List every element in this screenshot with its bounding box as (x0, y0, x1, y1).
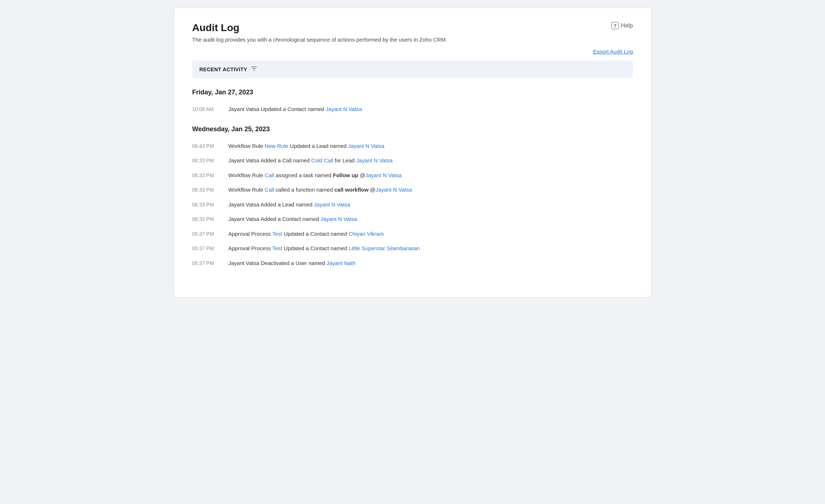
activity-plain-text: called a function named (274, 187, 334, 193)
activity-link[interactable]: New Rule (265, 143, 288, 149)
activity-time: 06:33 PM (192, 216, 228, 222)
activity-plain-text: Jayant Vatsa Added a Contact named (228, 216, 321, 222)
activity-link[interactable]: Test (272, 245, 282, 251)
activity-time: 05:37 PM (192, 245, 228, 251)
activity-plain-text: @ (358, 172, 365, 178)
page-subtitle: The audit log provides you with a chrono… (192, 37, 633, 43)
activity-description: Workflow Rule New Rule Updated a Lead na… (228, 142, 633, 150)
header-row: Audit Log ? Help (192, 22, 633, 34)
activity-time: 06:33 PM (192, 187, 228, 193)
activity-plain-text: Jayant Vatsa Deactivated a User named (228, 260, 327, 266)
activity-link[interactable]: Jayant N Vatsa (376, 187, 412, 193)
recent-activity-bar: RECENT ACTIVITY (192, 60, 633, 78)
activity-time: 05:37 PM (192, 231, 228, 237)
activity-plain-text: for Lead (333, 157, 356, 163)
activity-time: 06:33 PM (192, 202, 228, 208)
activity-plain-text: Jayant Vatsa Added a Lead named (228, 201, 314, 208)
export-row: Export Audit Log (192, 48, 633, 55)
date-section-0: Friday, Jan 27, 202310:09 AMJayant Vatsa… (192, 89, 633, 117)
activity-time: 05:37 PM (192, 260, 228, 266)
activity-row: 06:33 PMWorkflow Rule Call called a func… (192, 183, 633, 197)
activity-time: 06:43 PM (192, 143, 228, 149)
activity-plain-text: Workflow Rule (228, 172, 265, 178)
activity-link[interactable]: Jayant Nath (327, 260, 356, 266)
activity-link[interactable]: Jayant N Vatsa (321, 216, 357, 222)
activity-description: Workflow Rule Call assigned a task named… (228, 171, 633, 180)
activity-link[interactable]: Jayant N Vatsa (326, 106, 362, 112)
activity-container: Friday, Jan 27, 202310:09 AMJayant Vatsa… (192, 89, 633, 270)
audit-log-container: Audit Log ? Help The audit log provides … (174, 7, 651, 298)
activity-description: Workflow Rule Call called a function nam… (228, 186, 633, 194)
activity-link[interactable]: Call (265, 187, 274, 193)
date-heading-0: Friday, Jan 27, 2023 (192, 89, 633, 96)
recent-activity-label: RECENT ACTIVITY (199, 67, 247, 72)
activity-plain-text: Updated a Lead named (288, 143, 348, 149)
activity-link[interactable]: Jayant N Vatsa (365, 172, 402, 178)
activity-row: 05:37 PMApproval Process Test Updated a … (192, 227, 633, 242)
activity-description: Jayant Vatsa Added a Call named Cold Cal… (228, 157, 633, 165)
activity-description: Jayant Vatsa Updated a Contact named Jay… (228, 105, 633, 114)
activity-link[interactable]: Jayant N Vatsa (348, 143, 385, 149)
date-section-1: Wednesday, Jan 25, 202306:43 PMWorkflow … (192, 125, 633, 271)
export-audit-log-link[interactable]: Export Audit Log (593, 48, 633, 55)
activity-time: 06:33 PM (192, 172, 228, 178)
activity-plain-text: Approval Process (228, 231, 272, 237)
activity-row: 06:33 PMJayant Vatsa Added a Contact nam… (192, 212, 633, 227)
activity-link[interactable]: Test (272, 231, 282, 237)
activity-plain-text: @ (368, 187, 375, 193)
activity-row: 05:37 PMApproval Process Test Updated a … (192, 241, 633, 256)
date-heading-1: Wednesday, Jan 25, 2023 (192, 125, 633, 133)
activity-description: Jayant Vatsa Added a Lead named Jayant N… (228, 201, 633, 209)
activity-link[interactable]: Jayant N Vatsa (356, 157, 393, 163)
activity-bold-text: call workflow (334, 187, 368, 193)
activity-plain-text: Approval Process (228, 245, 272, 251)
help-icon: ? (612, 22, 619, 29)
activity-plain-text: Updated a Contact named (282, 231, 348, 237)
activity-plain-text: Workflow Rule (228, 143, 265, 149)
activity-plain-text: Updated a Contact named (282, 245, 348, 251)
activity-bold-text: Follow up (333, 172, 358, 178)
activity-row: 06:33 PMWorkflow Rule Call assigned a ta… (192, 168, 633, 183)
help-label: Help (621, 22, 633, 29)
activity-time: 10:09 AM (192, 106, 228, 112)
activity-row: 10:09 AMJayant Vatsa Updated a Contact n… (192, 102, 633, 117)
activity-plain-text: assigned a task named (274, 172, 333, 178)
activity-row: 06:33 PMJayant Vatsa Added a Call named … (192, 153, 633, 168)
activity-link[interactable]: Jayant N Vatsa (314, 201, 351, 208)
activity-link[interactable]: Call (265, 172, 274, 178)
activity-link[interactable]: Chiyan Vikram (348, 231, 384, 237)
activity-link[interactable]: Cold Call (311, 157, 333, 163)
filter-icon[interactable] (251, 65, 257, 73)
activity-description: Approval Process Test Updated a Contact … (228, 244, 633, 253)
activity-row: 06:43 PMWorkflow Rule New Rule Updated a… (192, 139, 633, 154)
activity-row: 06:33 PMJayant Vatsa Added a Lead named … (192, 197, 633, 212)
activity-description: Jayant Vatsa Deactivated a User named Ja… (228, 259, 633, 268)
activity-link[interactable]: Little Superstar Silambarasan (348, 245, 420, 251)
activity-description: Jayant Vatsa Added a Contact named Jayan… (228, 215, 633, 223)
activity-plain-text: Jayant Vatsa Updated a Contact named (228, 106, 326, 112)
activity-description: Approval Process Test Updated a Contact … (228, 230, 633, 238)
activity-row: 05:37 PMJayant Vatsa Deactivated a User … (192, 256, 633, 271)
activity-plain-text: Jayant Vatsa Added a Call named (228, 157, 311, 163)
activity-time: 06:33 PM (192, 158, 228, 163)
activity-plain-text: Workflow Rule (228, 187, 265, 193)
help-button[interactable]: ? Help (612, 22, 633, 29)
page-title: Audit Log (192, 22, 240, 34)
